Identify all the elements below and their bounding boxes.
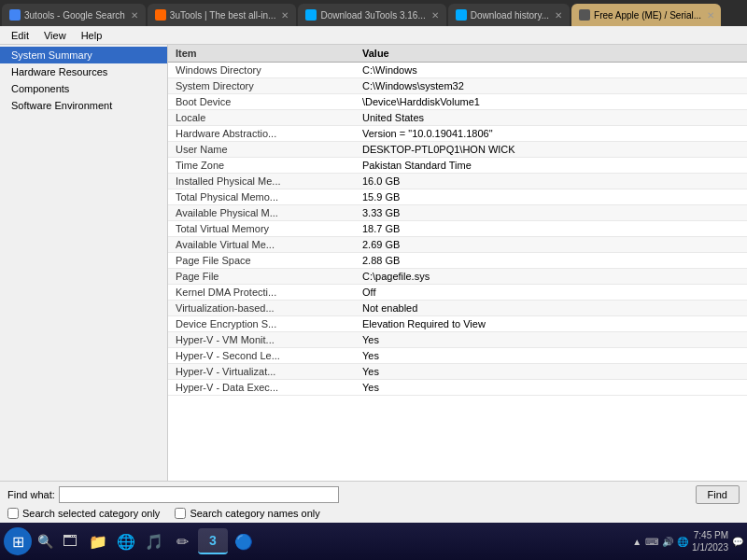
table-row: Device Encryption S...Elevation Required… [168,316,747,332]
table-cell-item: Locale [168,110,355,126]
checkbox-category-names-input[interactable] [175,508,186,519]
table-row: Hyper-V - Data Exec...Yes [168,380,747,396]
table-cell-item: Installed Physical Me... [168,174,355,189]
table-row: Kernel DMA Protecti...Off [168,285,747,301]
table-cell-value: C:\pagefile.sys [355,269,747,285]
table-row: User NameDESKTOP-PTL0PQ1\HON WICK [168,142,747,158]
sidebar-item-software-environment[interactable]: Software Environment [0,97,167,114]
table-row: Available Physical M...3.33 GB [168,205,747,221]
tab-5-label: Free Apple (ME) / Serial... [594,10,701,21]
table-row: Hyper-V - VM Monit...Yes [168,332,747,348]
tab-1[interactable]: 3utools - Google Search ✕ [2,4,146,26]
table-cell-item: Available Physical M... [168,205,355,221]
tab-4-icon [456,9,467,21]
taskbar-tray: ▲ ⌨ 🔊 🌐 7:45 PM 1/1/2023 💬 [632,529,743,553]
search-input-wrapper: Find what: [7,486,688,503]
table-cell-item: Available Virtual Me... [168,237,355,253]
taskbar-3utools[interactable]: 3 [198,528,228,554]
tab-2-label: 3uTools | The best all-in... [170,10,276,21]
app-window: System Summary Hardware Resources Compon… [0,45,747,523]
sidebar-item-components[interactable]: Components [0,80,167,97]
tab-3-close[interactable]: ✕ [431,10,439,21]
table-cell-value: Pakistan Standard Time [355,158,747,174]
browser-tabs: 3utools - Google Search ✕ 3uTools | The … [0,0,747,26]
taskbar-app-blue[interactable]: 🔵 [232,529,256,553]
taskbar-browser[interactable]: 🌐 [114,529,138,553]
taskbar-file-explorer[interactable]: 📁 [86,529,110,553]
taskbar-search-icon[interactable]: 🔍 [35,532,54,551]
taskbar-task-view[interactable]: 🗔 [58,529,82,553]
checkbox-selected-category[interactable]: Search selected category only [7,508,160,519]
taskbar: ⊞ 🔍 🗔 📁 🌐 🎵 ✏ 3 🔵 ▲ ⌨ 🔊 🌐 7:45 PM 1/1/20… [0,523,747,560]
table-cell-value: C:\Windows\system32 [355,78,747,94]
search-label: Find what: [7,489,55,500]
tab-1-close[interactable]: ✕ [131,10,138,21]
menu-bar: Edit View Help [0,26,747,45]
table-cell-value: 15.9 GB [355,189,747,205]
table-cell-item: Virtualization-based... [168,301,355,316]
table-row: Virtualization-based...Not enabled [168,301,747,316]
tab-5-close[interactable]: ✕ [707,10,714,21]
table-cell-value: Version = "10.0.19041.1806" [355,126,747,142]
tab-4-close[interactable]: ✕ [555,10,562,21]
menu-help[interactable]: Help [74,30,110,41]
tab-5[interactable]: Free Apple (ME) / Serial... ✕ [571,4,721,26]
table-cell-value: 3.33 GB [355,205,747,221]
taskbar-pen[interactable]: ✏ [170,529,194,553]
tab-4[interactable]: Download history... ✕ [448,4,570,26]
table-cell-item: Total Physical Memo... [168,189,355,205]
table-row: Page FileC:\pagefile.sys [168,269,747,285]
search-input[interactable] [59,486,339,503]
table-row: Hyper-V - Second Le...Yes [168,348,747,364]
tab-5-icon [579,9,590,21]
tab-3-label: Download 3uTools 3.16... [320,10,425,21]
table-cell-value: 2.69 GB [355,237,747,253]
tab-3-icon [305,9,317,21]
tab-4-label: Download history... [471,10,549,21]
table-cell-value: Off [355,285,747,301]
main-pane: Item Value Windows DirectoryC:\WindowsSy… [168,45,747,481]
table-cell-item: Device Encryption S... [168,316,355,332]
menu-view[interactable]: View [36,30,74,41]
tray-keyboard: ⌨ [645,537,658,547]
tray-network[interactable]: 🌐 [677,537,688,547]
table-row: Total Physical Memo...15.9 GB [168,189,747,205]
checkbox-category-names-label: Search category names only [190,508,319,519]
table-cell-item: Time Zone [168,158,355,174]
table-row: System DirectoryC:\Windows\system32 [168,78,747,94]
tab-2[interactable]: 3uTools | The best all-in... ✕ [148,4,297,26]
table-cell-value: DESKTOP-PTL0PQ1\HON WICK [355,142,747,158]
tab-2-close[interactable]: ✕ [281,10,289,21]
col-header-item: Item [168,45,355,63]
table-cell-value: Elevation Required to View [355,316,747,332]
start-button[interactable]: ⊞ [4,527,32,555]
table-cell-value: Yes [355,364,747,380]
tab-3[interactable]: Download 3uTools 3.16... ✕ [298,4,445,26]
tray-volume[interactable]: 🔊 [662,537,673,547]
sidebar-item-system-summary[interactable]: System Summary [0,47,167,63]
tray-notification[interactable]: 💬 [732,537,743,547]
taskbar-time[interactable]: 7:45 PM 1/1/2023 [692,529,728,553]
checkbox-category-names[interactable]: Search category names only [175,508,319,519]
menu-edit[interactable]: Edit [4,30,36,41]
table-cell-value: United States [355,110,747,126]
checkbox-selected-category-input[interactable] [7,508,19,519]
info-table: Item Value Windows DirectoryC:\WindowsSy… [168,45,747,396]
table-cell-item: Windows Directory [168,63,355,78]
content-area: System Summary Hardware Resources Compon… [0,45,747,481]
table-cell-item: System Directory [168,78,355,94]
find-button[interactable]: Find [696,485,740,504]
sidebar: System Summary Hardware Resources Compon… [0,45,168,481]
table-row: Boot Device\Device\HarddiskVolume1 [168,94,747,110]
sidebar-item-hardware-resources[interactable]: Hardware Resources [0,63,167,80]
tray-arrow[interactable]: ▲ [632,537,641,547]
table-cell-value: C:\Windows [355,63,747,78]
table-row: Available Virtual Me...2.69 GB [168,237,747,253]
table-cell-value: Yes [355,332,747,348]
taskbar-media[interactable]: 🎵 [142,529,166,553]
table-cell-item: Hardware Abstractio... [168,126,355,142]
table-cell-item: Page File Space [168,253,355,269]
table-row: Total Virtual Memory18.7 GB [168,221,747,237]
table-cell-value: 16.0 GB [355,174,747,189]
table-cell-item: Kernel DMA Protecti... [168,285,355,301]
